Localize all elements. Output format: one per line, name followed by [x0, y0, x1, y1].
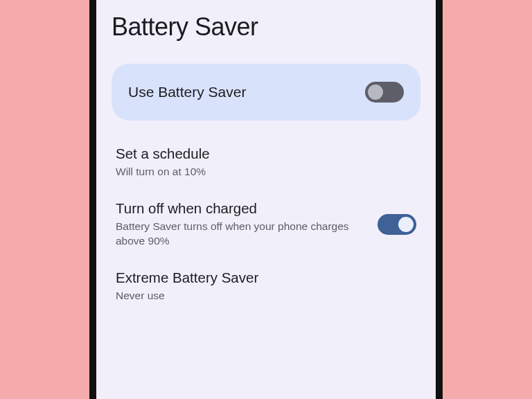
toggle-knob — [398, 217, 414, 232]
extreme-battery-saver-row[interactable]: Extreme Battery Saver Never use — [112, 269, 420, 324]
use-battery-saver-toggle[interactable] — [365, 82, 404, 103]
turn-off-when-charged-toggle[interactable] — [378, 214, 416, 235]
toggle-knob — [368, 85, 383, 100]
turn-off-when-charged-title: Turn off when charged — [116, 200, 364, 217]
phone-frame: Battery Saver Use Battery Saver Set a sc… — [89, 0, 443, 399]
set-schedule-subtitle: Will turn on at 10% — [116, 165, 416, 179]
page-title: Battery Saver — [112, 12, 420, 42]
settings-screen: Battery Saver Use Battery Saver Set a sc… — [96, 0, 436, 399]
row-text: Extreme Battery Saver Never use — [116, 269, 416, 303]
row-text: Turn off when charged Battery Saver turn… — [116, 200, 364, 249]
extreme-battery-saver-subtitle: Never use — [116, 289, 416, 303]
set-schedule-row[interactable]: Set a schedule Will turn on at 10% — [112, 145, 420, 200]
extreme-battery-saver-title: Extreme Battery Saver — [116, 269, 416, 286]
use-battery-saver-label: Use Battery Saver — [128, 84, 246, 100]
turn-off-when-charged-subtitle: Battery Saver turns off when your phone … — [116, 220, 364, 249]
turn-off-when-charged-row[interactable]: Turn off when charged Battery Saver turn… — [112, 200, 420, 269]
set-schedule-title: Set a schedule — [116, 145, 416, 162]
row-text: Set a schedule Will turn on at 10% — [116, 145, 416, 179]
use-battery-saver-row[interactable]: Use Battery Saver — [112, 64, 420, 121]
